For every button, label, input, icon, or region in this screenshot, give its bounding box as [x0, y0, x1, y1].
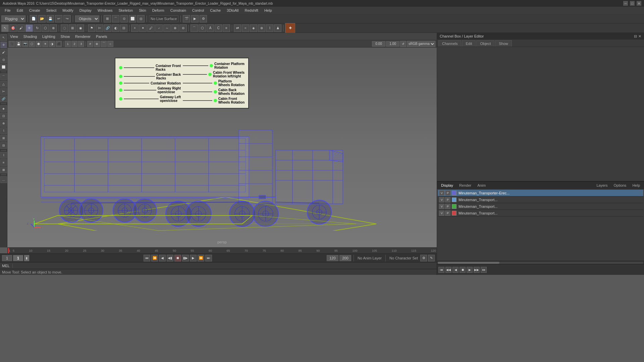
menu-cache[interactable]: Cache — [207, 8, 223, 13]
paint-skin-btn[interactable]: 🖊 — [147, 24, 155, 32]
paint-btn[interactable]: 🖌 — [17, 24, 25, 32]
menu-modify[interactable]: Modify — [60, 8, 76, 13]
char-btn[interactable]: C — [215, 24, 222, 32]
select-tool-btn[interactable]: ↖ — [1, 24, 9, 32]
vp-lighting-btn[interactable]: ☀ — [42, 41, 48, 47]
play-back-btn[interactable]: ◀▮ — [167, 255, 173, 261]
menu-3dtoall[interactable]: 3DtoAll — [224, 8, 241, 13]
menu-display[interactable]: Display — [77, 8, 94, 13]
vp-value1-field[interactable] — [372, 41, 385, 47]
layers-scrollbar[interactable] — [437, 261, 644, 264]
ik-btn[interactable]: 🔗 — [104, 24, 111, 32]
anim-curve-btn[interactable]: ⌇ — [266, 24, 273, 32]
vp-menu-lighting[interactable]: Lighting — [41, 35, 57, 39]
display-joints[interactable]: ⊕ — [0, 120, 7, 127]
render-btn[interactable]: 🎬 — [183, 15, 190, 22]
vp-menu-shading[interactable]: Shading — [22, 35, 38, 39]
range-end-field[interactable] — [339, 255, 351, 261]
lasso-btn[interactable]: 🎯 — [9, 24, 17, 32]
tab-show[interactable]: Show — [495, 40, 512, 47]
move-tool[interactable]: ✛ — [0, 42, 7, 48]
menu-edit[interactable]: Edit — [14, 8, 26, 13]
rp-next-btn[interactable]: ▶ — [467, 267, 473, 273]
vp-nurbs-btn[interactable]: ○ — [107, 41, 113, 47]
menu-select[interactable]: Select — [44, 8, 59, 13]
layers-menu-help[interactable]: Help — [630, 183, 642, 188]
minimize-button[interactable]: ─ — [623, 1, 628, 6]
vp-gamma-select[interactable]: sRGB gamma — [407, 41, 435, 47]
display-curves[interactable]: ⌇ — [0, 127, 7, 134]
rp-stop-btn[interactable]: ⏹ — [460, 267, 466, 273]
menu-help[interactable]: Help — [262, 8, 275, 13]
snap-grid-btn[interactable]: ⊞ — [104, 15, 111, 22]
menu-file[interactable]: File — [2, 8, 13, 13]
snap-point-btn[interactable]: ⊙ — [120, 15, 128, 22]
vp-gamma-toggle[interactable]: ↺ — [400, 41, 406, 47]
layer4-v-btn[interactable]: V — [439, 210, 444, 216]
scale-tool-btn[interactable]: ⬡ — [42, 24, 49, 32]
layer4-p-btn[interactable]: P — [445, 210, 450, 216]
new-scene-btn[interactable]: 📄 — [30, 15, 37, 22]
vp-menu-view[interactable]: View — [9, 35, 19, 39]
sdk-btn[interactable]: ⊛ — [258, 24, 265, 32]
char-settings-btn[interactable]: ⚙ — [420, 255, 427, 261]
universal-btn[interactable]: ⊕ — [50, 24, 57, 32]
scrollbar-track[interactable] — [438, 262, 643, 264]
soft-select-btn[interactable]: ◌ — [61, 24, 68, 32]
vp-wire-btn[interactable]: ⬡ — [29, 41, 35, 47]
vp-smooth-btn[interactable]: ⬢ — [36, 41, 42, 47]
layer-row-1[interactable]: V P Minuteman_Transporter-Erec... — [438, 190, 643, 196]
paint-ops[interactable]: 🖌 — [0, 49, 7, 56]
proportional-btn[interactable]: ◉ — [77, 24, 84, 32]
menu-constrain[interactable]: Constrain — [168, 8, 189, 13]
snap-to-cv2[interactable]: ✦ — [139, 24, 147, 32]
ik-tool[interactable]: 🔗 — [0, 96, 7, 102]
redo-btn[interactable]: ↪ — [63, 15, 71, 22]
layers-menu-layers[interactable]: Layers — [594, 183, 609, 188]
tab-channels[interactable]: Channels — [438, 40, 461, 47]
vp-menu-show[interactable]: Show — [59, 35, 71, 39]
scrollbar-thumb[interactable] — [438, 262, 499, 264]
rp-step-fwd-btn[interactable]: ▶▶ — [474, 267, 480, 273]
cluster-btn[interactable]: ◐ — [112, 24, 119, 32]
vp-shading-btn[interactable]: ◑ — [49, 41, 55, 47]
snap-to-grid2[interactable]: + — [131, 24, 139, 32]
blend-btn[interactable]: ⊖ — [179, 24, 187, 32]
tab-layers-anim[interactable]: Anim — [475, 183, 488, 188]
fx-btn[interactable]: ✦ — [285, 23, 295, 33]
vp-grid-btn[interactable]: # — [87, 41, 93, 47]
vp-snapshot-btn[interactable]: 📷 — [22, 41, 28, 47]
play-forward-btn[interactable]: ▮▶ — [182, 255, 189, 261]
vp-res1-btn[interactable]: 1 — [65, 41, 71, 47]
dope-sheet[interactable]: ≡ — [0, 159, 7, 166]
range-start-field[interactable] — [327, 255, 338, 261]
display-surfaces[interactable]: ⊞ — [0, 135, 7, 141]
undo-btn[interactable]: ↩ — [55, 15, 62, 22]
vp-curves-btn[interactable]: ⌒ — [101, 41, 107, 47]
vp-save-image-btn[interactable]: 💾 — [15, 41, 21, 47]
menu-redshift[interactable]: Redshift — [242, 8, 261, 13]
ipr-btn[interactable]: ▶ — [191, 15, 199, 22]
rp-prev-btn[interactable]: ◀ — [452, 267, 459, 273]
layer-row-2[interactable]: V P Minuteman_Transport... — [438, 196, 643, 203]
layer-row-4[interactable]: V P Minuteman_Transport... — [438, 210, 643, 217]
tab-object[interactable]: Object — [476, 40, 494, 47]
window-controls[interactable]: ─ □ ✕ — [623, 1, 641, 6]
vp-joints-btn[interactable]: ⊕ — [94, 41, 100, 47]
layer2-v-btn[interactable]: V — [439, 197, 444, 202]
go-to-end-btn[interactable]: ⏭ — [205, 255, 212, 261]
pose-btn[interactable]: ♟ — [274, 24, 281, 32]
connect-btn[interactable]: ⇄ — [234, 24, 241, 32]
symmetry-btn[interactable]: ⊞ — [69, 24, 76, 32]
surface-btn[interactable]: ⬡ — [199, 24, 206, 32]
tab-layers-display[interactable]: Display — [439, 183, 455, 188]
mel-input[interactable] — [15, 264, 435, 268]
snap-surface-btn[interactable]: ⬜ — [129, 15, 136, 22]
rp-go-start-btn[interactable]: ⏮ — [438, 267, 444, 273]
wire-btn[interactable]: ～ — [163, 24, 171, 32]
menu-create[interactable]: Create — [26, 8, 43, 13]
curve-cv[interactable]: ⌒ — [0, 73, 7, 80]
vp-camera-btn[interactable]: 🎥 — [9, 41, 15, 47]
layer3-v-btn[interactable]: V — [439, 204, 444, 209]
snap-curve-btn[interactable]: ⌒ — [112, 15, 119, 22]
